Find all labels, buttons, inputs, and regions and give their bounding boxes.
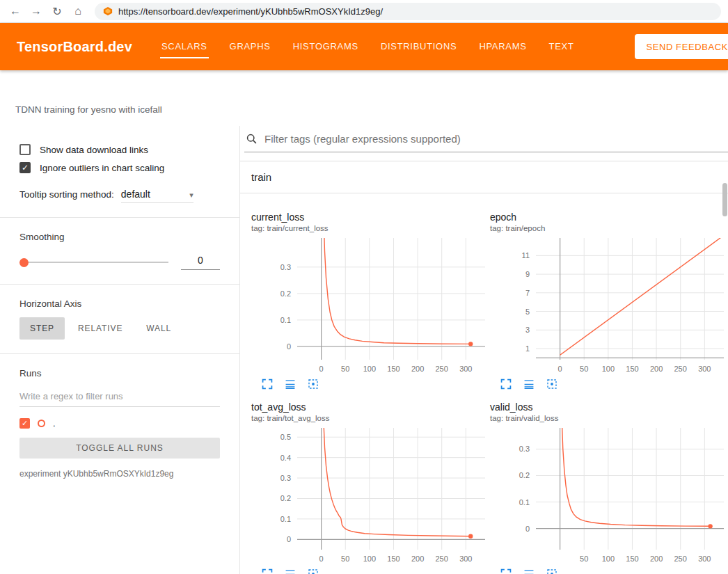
home-icon[interactable]: ⌂: [70, 3, 86, 19]
url-input[interactable]: [118, 6, 713, 17]
experiment-id-caption: experiment yKUbhb5wRmOSXYkId1z9eg: [19, 469, 220, 479]
chart-toolbar: [490, 564, 728, 574]
app-header: TensorBoard.dev SCALARS GRAPHS HISTOGRAM…: [0, 23, 728, 70]
fit-domain-icon[interactable]: [307, 568, 319, 574]
chart-plot-epoch[interactable]: 0501001502002503001357911: [490, 235, 727, 374]
chart-plot-valid_loss[interactable]: 5010015020025030000.10.20.3: [490, 425, 727, 564]
chart-plot-current_loss[interactable]: 05010015020025030000.10.20.3: [251, 235, 488, 374]
smoothing-slider[interactable]: [19, 262, 168, 263]
svg-text:200: 200: [650, 365, 663, 373]
chart-card-tot_avg_loss: tot_avg_losstag: train/tot_avg_loss05010…: [251, 401, 490, 574]
svg-text:300: 300: [698, 365, 711, 373]
tab-text[interactable]: TEXT: [548, 35, 576, 58]
tag-filter-row: [244, 126, 728, 152]
chart-tag: tag: train/current_loss: [251, 224, 490, 232]
tooltip-sorting-value: default: [121, 189, 150, 200]
show-download-links-checkbox[interactable]: Show data download links: [19, 144, 220, 155]
smoothing-slider-thumb[interactable]: [19, 258, 29, 267]
axis-step-button[interactable]: STEP: [19, 317, 65, 340]
chart-title: valid_loss: [490, 401, 728, 413]
chart-card-epoch: epochtag: train/epoch0501001502002503001…: [490, 212, 728, 390]
chart-toolbar: [251, 374, 490, 390]
tab-distributions[interactable]: DISTRIBUTIONS: [379, 35, 459, 58]
svg-text:0.1: 0.1: [280, 515, 291, 523]
fullscreen-icon[interactable]: [261, 568, 274, 574]
svg-text:300: 300: [459, 365, 472, 373]
svg-text:100: 100: [602, 365, 615, 373]
svg-text:0.2: 0.2: [519, 471, 530, 479]
experiment-subheader: TDNN training for yesno with icefall: [0, 70, 728, 126]
svg-text:50: 50: [580, 365, 588, 373]
toggle-all-runs-button[interactable]: TOGGLE ALL RUNS: [19, 438, 220, 459]
svg-text:150: 150: [626, 365, 638, 373]
svg-text:250: 250: [674, 555, 687, 563]
tooltip-sorting-select[interactable]: default ▾: [121, 189, 193, 203]
svg-text:0.1: 0.1: [519, 498, 530, 507]
svg-text:3: 3: [525, 326, 530, 334]
svg-text:250: 250: [674, 365, 687, 373]
svg-text:200: 200: [411, 365, 424, 373]
smoothing-label: Smoothing: [19, 232, 220, 242]
tab-hparams[interactable]: HPARAMS: [477, 35, 528, 58]
chart-tag: tag: train/epoch: [490, 224, 728, 232]
horizontal-axis-label: Horizontal Axis: [19, 298, 220, 309]
svg-text:0: 0: [287, 342, 291, 351]
svg-text:0.2: 0.2: [280, 289, 291, 298]
fullscreen-icon[interactable]: [261, 378, 274, 390]
send-feedback-button[interactable]: SEND FEEDBACK: [635, 34, 728, 59]
tooltip-sorting-label: Tooltip sorting method:: [19, 189, 114, 200]
run-checkbox-icon[interactable]: ✓: [19, 418, 30, 429]
scrollbar-thumb[interactable]: [722, 183, 727, 216]
tab-graphs[interactable]: GRAPHS: [228, 35, 272, 58]
svg-text:100: 100: [602, 555, 615, 563]
fit-domain-icon[interactable]: [546, 378, 558, 390]
log-scale-icon[interactable]: [284, 378, 296, 390]
runs-label: Runs: [19, 368, 220, 378]
svg-text:11: 11: [522, 251, 530, 260]
svg-text:0: 0: [287, 535, 291, 543]
main-content: train current_losstag: train/current_los…: [240, 126, 728, 574]
ignore-outliers-checkbox[interactable]: ✓ Ignore outliers in chart scaling: [19, 162, 220, 173]
train-section-header[interactable]: train: [240, 161, 728, 193]
svg-text:200: 200: [650, 555, 663, 563]
svg-text:0.2: 0.2: [280, 494, 291, 502]
chart-toolbar: [490, 374, 728, 390]
forward-icon[interactable]: →: [28, 3, 45, 19]
axis-wall-button[interactable]: WALL: [136, 317, 182, 340]
train-section-card: train current_losstag: train/current_los…: [240, 161, 728, 574]
svg-text:9: 9: [525, 270, 530, 278]
charts-grid: current_losstag: train/current_loss05010…: [240, 193, 728, 574]
runs-filter-input[interactable]: [19, 388, 220, 407]
chart-tag: tag: train/tot_avg_loss: [251, 414, 490, 422]
fit-domain-icon[interactable]: [307, 378, 319, 390]
checkbox-unchecked-icon: [19, 144, 31, 155]
tab-histograms[interactable]: HISTOGRAMS: [292, 35, 360, 58]
log-scale-icon[interactable]: [523, 568, 535, 574]
smoothing-value-input[interactable]: 0: [181, 255, 220, 270]
log-scale-icon[interactable]: [523, 378, 535, 390]
svg-text:0.3: 0.3: [280, 474, 291, 482]
divider: [0, 217, 239, 218]
tab-scalars[interactable]: SCALARS: [160, 35, 209, 58]
run-color-swatch-icon: [38, 420, 45, 427]
log-scale-icon[interactable]: [284, 568, 296, 574]
reload-icon[interactable]: ↻: [49, 3, 65, 19]
fullscreen-icon[interactable]: [500, 568, 512, 574]
svg-text:0.4: 0.4: [280, 454, 291, 462]
chart-plot-tot_avg_loss[interactable]: 05010015020025030000.10.20.30.40.5: [251, 425, 488, 564]
svg-text:50: 50: [341, 365, 349, 373]
run-list-item[interactable]: ✓ .: [19, 418, 220, 429]
horizontal-axis-button-group: STEP RELATIVE WALL: [19, 317, 220, 340]
fit-domain-icon[interactable]: [546, 568, 558, 574]
address-bar[interactable]: [95, 3, 721, 20]
settings-sidebar: Show data download links ✓ Ignore outlie…: [0, 126, 240, 574]
chart-card-current_loss: current_losstag: train/current_loss05010…: [251, 212, 490, 390]
back-icon[interactable]: ←: [7, 3, 24, 19]
svg-text:0.3: 0.3: [280, 263, 291, 271]
tag-filter-input[interactable]: [264, 133, 728, 145]
axis-relative-button[interactable]: RELATIVE: [68, 317, 133, 340]
tensorboard-logo: TensorBoard.dev: [17, 39, 132, 55]
fullscreen-icon[interactable]: [500, 378, 512, 390]
browser-toolbar: ← → ↻ ⌂: [0, 0, 728, 23]
svg-text:100: 100: [363, 365, 376, 373]
